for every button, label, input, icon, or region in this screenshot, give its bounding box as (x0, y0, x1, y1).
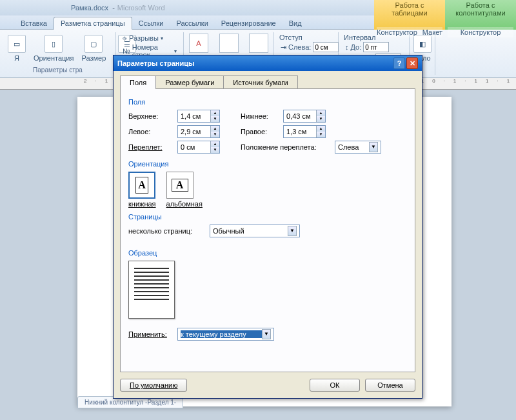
context-tabs: Работа с таблицами Конструктор Макет Раб… (374, 0, 516, 30)
indent-label: Отступ (279, 34, 333, 41)
spacing-before-input[interactable] (363, 42, 389, 52)
size-button[interactable]: ▢Размер (79, 34, 108, 63)
watermark-icon[interactable]: A (189, 34, 208, 53)
left-margin-input[interactable]: ▲▼ (177, 125, 220, 138)
section-orientation: Ориентация (128, 160, 407, 168)
ok-button[interactable]: ОК (310, 379, 360, 392)
top-margin-label: Верхнее: (128, 112, 174, 120)
multi-pages-label: несколько страниц: (128, 227, 206, 235)
dialog-title: Параметры страницы (117, 59, 194, 67)
orientation-portrait[interactable]: A книжная (128, 172, 156, 208)
indent-left-input[interactable] (313, 42, 339, 52)
gutter-pos-label: Положение переплета: (241, 143, 331, 151)
apply-to-combo[interactable]: к текущему разделу▼ (177, 328, 274, 341)
default-button[interactable]: По умолчанию (120, 379, 187, 392)
context-tab-tables[interactable]: Работа с таблицами Конструктор Макет (374, 0, 445, 30)
close-icon[interactable]: ✕ (406, 57, 418, 69)
section-pages: Страницы (128, 213, 407, 221)
spin-down-icon[interactable]: ▼ (210, 116, 219, 122)
cancel-button[interactable]: Отмена (365, 379, 415, 392)
multi-pages-combo[interactable]: Обычный▼ (210, 225, 300, 237)
left-margin-label: Левое: (128, 128, 174, 135)
orientation-landscape[interactable]: A альбомная (166, 172, 203, 208)
spin-up-icon[interactable]: ▲ (210, 110, 219, 116)
section-preview: Образец (128, 249, 407, 257)
breaks-menu[interactable]: ⎆Разрывы▾ (121, 34, 178, 43)
gutter-input[interactable]: ▲▼ (177, 141, 220, 154)
section-margins: Поля (128, 98, 407, 106)
gutter-pos-combo[interactable]: Слева▼ (335, 141, 381, 154)
bottom-margin-input[interactable]: ▲▼ (283, 110, 326, 123)
dialog-tab-source[interactable]: Источник бумаги (223, 75, 297, 89)
apply-to-label: Применить: (128, 330, 174, 338)
dialog-tab-paper[interactable]: Размер бумаги (155, 75, 224, 89)
dialog-titlebar[interactable]: Параметры страницы ? ✕ (114, 55, 422, 71)
chevron-down-icon[interactable]: ▼ (288, 226, 297, 236)
orientation-button[interactable]: ▯Ориентация (31, 34, 76, 63)
margins-button[interactable]: ▭Я (5, 34, 28, 63)
dialog-tabs: Поля Размер бумаги Источник бумаги (120, 75, 415, 88)
chevron-down-icon[interactable]: ▼ (369, 142, 378, 152)
bottom-margin-label: Нижнее: (241, 112, 279, 120)
help-icon[interactable]: ? (393, 57, 405, 69)
indent-left: ⇥Слева: (279, 41, 333, 53)
right-margin-input[interactable]: ▲▼ (283, 125, 326, 138)
page-preview (128, 261, 175, 319)
group-label-page-setup: Параметры стра (5, 66, 110, 74)
tab-review[interactable]: Рецензирование (215, 17, 283, 29)
page-color-icon[interactable] (219, 34, 239, 53)
dialog-tab-margins[interactable]: Поля (120, 75, 156, 89)
page-borders-icon[interactable] (249, 34, 268, 53)
page-setup-dialog: Параметры страницы ? ✕ Поля Размер бумаг… (113, 55, 422, 399)
tab-view[interactable]: Вид (283, 17, 308, 29)
context-tab-headerfooter[interactable]: Работа с колонтитулами Конструктор (445, 0, 516, 30)
tab-mailings[interactable]: Рассылки (170, 17, 214, 29)
spacing-before: ↕До: (344, 41, 404, 53)
right-margin-label: Правое: (241, 128, 279, 135)
tab-insert[interactable]: Вставка (14, 17, 54, 29)
chevron-down-icon[interactable]: ▼ (262, 329, 271, 339)
tab-page-layout[interactable]: Разметка страницы (54, 17, 132, 30)
doc-name: Рамка.docx (71, 4, 108, 12)
top-margin-input[interactable]: ▲▼ (177, 110, 220, 123)
gutter-label: Переплет: (128, 143, 174, 151)
tab-references[interactable]: Ссылки (132, 17, 170, 29)
app-name: Microsoft Word (117, 4, 165, 12)
